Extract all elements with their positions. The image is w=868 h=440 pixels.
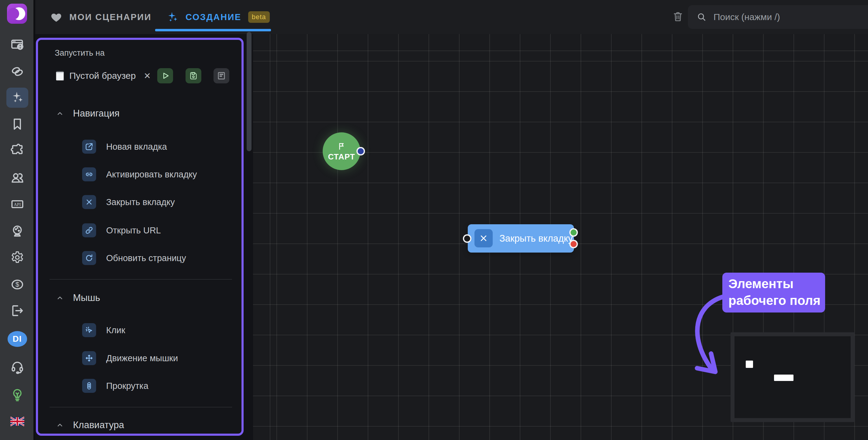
sidebar-item-lightbulb[interactable] xyxy=(0,384,34,407)
refresh-icon xyxy=(82,251,96,265)
notepad-icon xyxy=(55,70,65,81)
section-title: Навигация xyxy=(73,108,120,119)
browser-chip[interactable]: Пустой браузер ✕ xyxy=(55,68,151,84)
search-input[interactable] xyxy=(707,5,868,29)
puzzle-icon xyxy=(10,143,24,157)
bookmark-icon xyxy=(10,117,24,131)
sidebar-item-browser-globe[interactable] xyxy=(0,34,34,57)
workspace-elements-callout: Элементы рабочего поля xyxy=(722,273,825,313)
sidebar-item-crystal-ball[interactable] xyxy=(0,220,34,243)
section-header-navigation[interactable]: Навигация xyxy=(38,106,242,121)
gear-icon xyxy=(10,251,24,264)
app-logo[interactable] xyxy=(7,4,27,24)
callout-line1: Элементы xyxy=(728,276,825,292)
mouse-move-icon xyxy=(85,354,94,363)
node-input-port[interactable] xyxy=(463,234,471,243)
headset-icon xyxy=(10,360,24,374)
section-title: Мышь xyxy=(73,292,100,303)
sidebar-item-sparkles[interactable] xyxy=(0,86,34,110)
section-header-mouse[interactable]: Мышь xyxy=(38,290,242,305)
dollar-icon: $ xyxy=(10,277,24,292)
start-node[interactable]: СТАРТ xyxy=(323,133,361,170)
sidebar-item-team[interactable] xyxy=(0,167,34,190)
team-icon xyxy=(10,171,24,185)
sidebar-item-avatar[interactable]: DI xyxy=(0,327,34,351)
panel-item-label: Активировать вкладку xyxy=(106,170,197,179)
active-tab-underline xyxy=(155,29,271,31)
scroll-icon xyxy=(85,381,94,390)
uk-flag-icon xyxy=(10,414,24,429)
topbar: МОИ СЦЕНАРИИ СОЗДАНИЕ beta xyxy=(35,0,868,34)
panel-item[interactable]: Клик xyxy=(38,321,242,339)
new-tab-icon xyxy=(82,140,96,154)
svg-text:$: $ xyxy=(15,281,19,288)
node-success-port[interactable] xyxy=(569,228,578,237)
save-scenario-button[interactable] xyxy=(186,68,202,83)
panel-item[interactable]: Закрыть вкладку xyxy=(38,193,242,211)
tab-my-scenarios[interactable]: МОИ СЦЕНАРИИ xyxy=(50,0,151,34)
panel-item-label: Движение мышки xyxy=(106,353,178,363)
node-error-port[interactable] xyxy=(569,240,578,248)
sidebar-item-api[interactable]: API xyxy=(0,193,34,216)
chevron-up-icon xyxy=(55,420,64,430)
close-icon xyxy=(85,198,94,207)
activate-tab-icon xyxy=(82,167,96,181)
actions-panel: Запустить на Пустой браузер ✕ xyxy=(36,38,244,436)
svg-text:API: API xyxy=(14,202,21,207)
sidebar-item-headset[interactable] xyxy=(0,356,34,379)
close-icon xyxy=(82,195,96,209)
chevron-up-icon xyxy=(55,293,64,302)
search-icon xyxy=(696,12,707,22)
panel-item[interactable]: Прокрутка xyxy=(38,377,242,395)
callout-line2: рабочего поля xyxy=(728,292,825,309)
section-divider xyxy=(50,407,232,407)
panel-item[interactable]: Активировать вкладку xyxy=(38,165,242,183)
panel-item[interactable]: Движение мышки xyxy=(38,349,242,367)
trash-button[interactable] xyxy=(672,10,684,23)
api-icon: API xyxy=(10,197,24,211)
sidebar-item-bookmark[interactable] xyxy=(0,113,34,136)
sidebar-item-logout[interactable] xyxy=(0,300,34,323)
crystal-ball-icon xyxy=(10,224,24,238)
scroll-icon xyxy=(82,379,96,393)
start-node-label: СТАРТ xyxy=(328,152,355,162)
close-tab-node[interactable]: Закрыть вкладку xyxy=(468,224,574,253)
panel-item-label: Клик xyxy=(106,325,125,335)
play-icon xyxy=(160,71,170,81)
run-scenario-button[interactable] xyxy=(157,68,173,83)
panel-scrollbar[interactable] xyxy=(247,32,251,151)
sparkles-icon xyxy=(166,11,179,23)
trash-icon xyxy=(672,10,684,23)
sparkles-icon xyxy=(10,90,24,105)
click-icon xyxy=(82,323,96,337)
click-icon xyxy=(85,326,94,335)
section-header-keyboard[interactable]: Клавиатура xyxy=(38,417,242,433)
run-on-label: Запустить на xyxy=(55,48,104,58)
panel-item-label: Новая вкладка xyxy=(106,142,167,152)
heart-icon xyxy=(50,11,63,23)
lightbulb-icon xyxy=(10,388,24,402)
scenario-builder-app: API$DI МОИ СЦЕНАРИИ СОЗДАНИЕ beta Запуст… xyxy=(0,0,868,440)
start-output-port[interactable] xyxy=(356,147,365,155)
log-button[interactable] xyxy=(214,68,229,83)
activate-tab-icon xyxy=(85,170,94,179)
minimap-close-tab-node xyxy=(774,375,794,381)
sidebar-item-uk-flag[interactable] xyxy=(0,410,34,433)
sidebar-item-gear[interactable] xyxy=(0,246,34,270)
sidebar-item-puzzle[interactable] xyxy=(0,139,34,162)
open-url-icon xyxy=(85,226,94,235)
tab-label: МОИ СЦЕНАРИИ xyxy=(69,12,151,22)
sidebar: API$DI xyxy=(0,0,34,440)
search-box xyxy=(688,5,868,29)
user-avatar[interactable]: DI xyxy=(8,331,27,347)
chip-close-icon[interactable]: ✕ xyxy=(144,71,151,81)
panel-item[interactable]: Открыть URL xyxy=(38,221,242,239)
sidebar-item-proxy-links[interactable] xyxy=(0,61,34,84)
browser-chip-label: Пустой браузер xyxy=(69,70,136,81)
refresh-icon xyxy=(85,254,94,263)
open-url-icon xyxy=(82,223,96,237)
section-title: Клавиатура xyxy=(73,420,124,431)
sidebar-item-dollar[interactable]: $ xyxy=(0,273,34,297)
panel-item[interactable]: Новая вкладка xyxy=(38,138,242,156)
panel-item[interactable]: Обновить страницу xyxy=(38,249,242,267)
